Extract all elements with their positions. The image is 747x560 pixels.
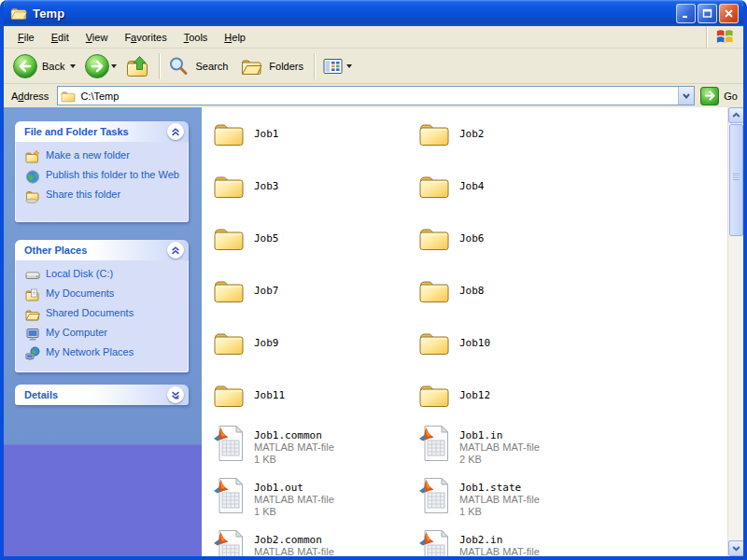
menu-file[interactable]: File [9, 28, 43, 47]
panel-header[interactable]: Other Places [15, 240, 189, 260]
menu-tools[interactable]: Tools [176, 28, 217, 47]
matlab-file-icon [418, 425, 450, 466]
file-tile-job1-common[interactable]: Job1.commonMATLAB MAT-file1 KB [213, 425, 411, 466]
folders-label: Folders [269, 61, 303, 72]
folder-name: Job7 [254, 285, 279, 297]
vertical-scrollbar[interactable] [727, 107, 743, 556]
folder-tile-job9[interactable]: Job9 [213, 329, 411, 357]
menu-favorites[interactable]: Favorites [116, 28, 175, 47]
task-link-local-disk-c-[interactable]: Local Disk (C:) [25, 268, 180, 283]
views-icon [323, 58, 343, 75]
file-tile-job1-out[interactable]: Job1.outMATLAB MAT-file1 KB [213, 477, 411, 518]
go-button[interactable] [700, 87, 719, 105]
folder-tile-job6[interactable]: Job6 [418, 224, 616, 252]
forward-dropdown-icon[interactable] [111, 64, 117, 68]
address-bar: Address C:\Temp Go [4, 84, 743, 107]
file-text: Job1.stateMATLAB MAT-file1 KB [459, 477, 540, 518]
menu-edit[interactable]: Edit [43, 28, 78, 47]
folder-name: Job10 [459, 337, 490, 349]
my-computer-icon [25, 327, 40, 342]
back-button[interactable]: Back [13, 54, 68, 78]
matlab-file-icon [213, 477, 245, 518]
file-text: Job1.inMATLAB MAT-file2 KB [459, 425, 540, 466]
back-dropdown-icon[interactable] [70, 64, 76, 68]
close-button[interactable] [719, 4, 739, 23]
panel-header[interactable]: Details [15, 385, 189, 405]
folder-name: Job2 [459, 128, 485, 140]
maximize-button[interactable] [698, 4, 717, 23]
menu-bar: FileEditViewFavoritesToolsHelp [4, 26, 743, 49]
minimize-button[interactable] [676, 4, 696, 23]
views-button[interactable] [321, 58, 358, 75]
address-combobox[interactable]: C:\Temp [57, 86, 695, 105]
folder-name: Job8 [459, 285, 485, 297]
up-button[interactable] [126, 55, 150, 77]
task-link-my-computer[interactable]: My Computer [25, 327, 180, 342]
folder-tile-job12[interactable]: Job12 [418, 381, 616, 409]
menu-view[interactable]: View [78, 28, 117, 47]
file-name: Job1.out [254, 482, 334, 494]
folder-icon [418, 381, 450, 409]
folder-tile-job5[interactable]: Job5 [213, 224, 411, 252]
views-dropdown-icon [346, 64, 352, 68]
panel-title: Other Places [24, 245, 167, 256]
task-link-make-a-new-folder[interactable]: Make a new folder [25, 149, 180, 164]
shared-documents-icon [25, 307, 40, 322]
file-tile-job2-common[interactable]: Job2.commonMATLAB MAT-file [213, 529, 411, 556]
window-body: File and Folder TasksMake a new folderPu… [4, 107, 743, 556]
panel-header[interactable]: File and Folder Tasks [15, 121, 189, 142]
file-name: Job2.common [254, 534, 334, 546]
folder-tile-job2[interactable]: Job2 [418, 119, 616, 147]
my-documents-icon [25, 287, 40, 302]
address-value: C:\Temp [80, 91, 678, 102]
task-link-my-documents[interactable]: My Documents [25, 287, 180, 302]
folder-name: Job9 [254, 337, 279, 349]
scroll-up-button[interactable] [728, 107, 744, 123]
file-text: Job2.inMATLAB MAT-file [459, 529, 540, 556]
matlab-file-icon [213, 425, 245, 466]
file-name: Job1.common [254, 429, 334, 441]
task-link-share-this-folder[interactable]: Share this folder [25, 189, 180, 203]
chevron-down-icon[interactable] [167, 386, 184, 403]
share-folder-icon [25, 189, 40, 203]
folder-tile-job1[interactable]: Job1 [213, 119, 411, 147]
panel-title: Details [24, 389, 167, 400]
folder-tile-job10[interactable]: Job10 [418, 329, 616, 357]
folder-tile-job7[interactable]: Job7 [213, 276, 411, 304]
folder-name: Job6 [459, 232, 485, 245]
toolbar-separator [314, 53, 315, 79]
chevron-up-icon[interactable] [167, 123, 184, 140]
chevron-up-icon[interactable] [167, 242, 184, 259]
file-type: MATLAB MAT-file [254, 441, 334, 454]
search-button[interactable]: Search [166, 56, 232, 77]
go-label[interactable]: Go [724, 91, 738, 102]
address-dropdown-button[interactable] [678, 87, 694, 105]
task-link-shared-documents[interactable]: Shared Documents [25, 307, 180, 322]
panel-other-places: Other PlacesLocal Disk (C:)My DocumentsS… [15, 240, 189, 372]
back-arrow-icon [13, 54, 37, 78]
titlebar[interactable]: Temp [4, 0, 743, 26]
task-link-label: My Computer [46, 327, 107, 342]
folder-tile-job11[interactable]: Job11 [213, 381, 411, 409]
folder-tile-job4[interactable]: Job4 [418, 172, 616, 200]
menu-help[interactable]: Help [216, 28, 254, 47]
task-link-my-network-places[interactable]: My Network Places [25, 346, 180, 361]
scrollbar-thumb[interactable] [729, 124, 743, 236]
file-tile-job2-in[interactable]: Job2.inMATLAB MAT-file [418, 529, 616, 556]
file-tile-job1-in[interactable]: Job1.inMATLAB MAT-file2 KB [418, 425, 616, 466]
back-label: Back [42, 61, 64, 72]
disk-icon [25, 268, 40, 283]
search-label: Search [195, 61, 228, 72]
forward-button[interactable] [85, 54, 109, 78]
folder-tile-job8[interactable]: Job8 [418, 276, 616, 304]
file-type: MATLAB MAT-file [254, 546, 334, 556]
file-tile-job1-state[interactable]: Job1.stateMATLAB MAT-file1 KB [418, 477, 616, 518]
folder-tile-job3[interactable]: Job3 [213, 172, 411, 200]
file-text: Job1.commonMATLAB MAT-file1 KB [254, 425, 334, 466]
file-list-area: Job1Job2Job3Job4Job5Job6Job7Job8Job9Job1… [202, 107, 743, 556]
folders-button[interactable]: Folders [239, 57, 307, 76]
up-folder-icon [126, 55, 150, 77]
folder-name: Job12 [459, 389, 490, 401]
scroll-down-button[interactable] [728, 540, 744, 556]
task-link-publish-this-folder-to-the-web[interactable]: Publish this folder to the Web [25, 169, 180, 184]
